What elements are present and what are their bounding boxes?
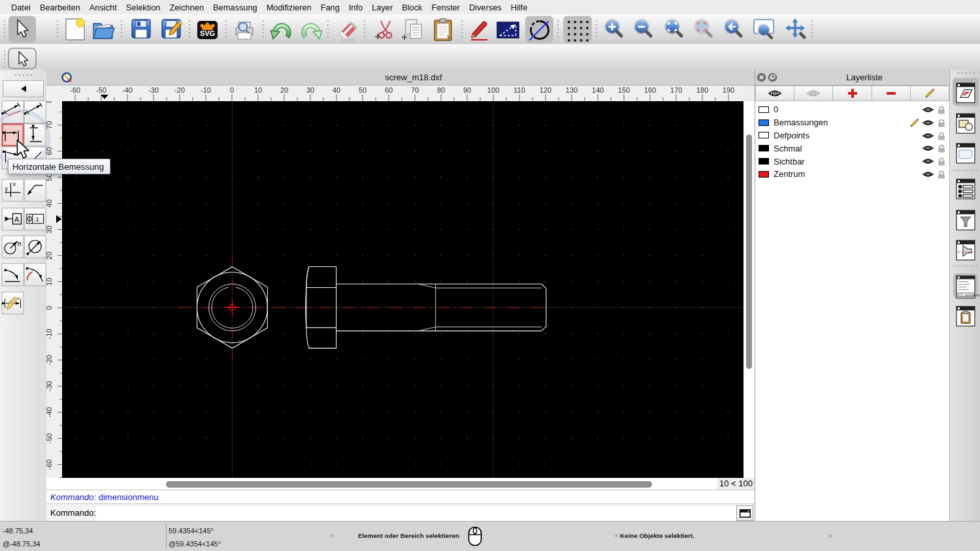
svg-text:150: 150 (618, 86, 630, 94)
svg-text:0: 0 (46, 306, 53, 309)
svg-text:90: 90 (463, 86, 471, 94)
svg-text:y: y (5, 185, 8, 192)
svg-text:C:\_kommand: C:\_kommand (959, 293, 979, 297)
svg-text:SVG: SVG (200, 29, 215, 37)
svg-text:110: 110 (514, 86, 525, 94)
svg-text:-40: -40 (122, 86, 133, 94)
svg-text:30: 30 (46, 225, 53, 233)
svg-text:-60: -60 (70, 86, 80, 94)
svg-text:R: R (18, 241, 22, 247)
svg-text:-10: -10 (46, 329, 53, 339)
svg-text:170: 170 (670, 86, 682, 94)
svg-text:-10: -10 (201, 86, 211, 94)
svg-text:130: 130 (566, 86, 578, 94)
svg-text:60: 60 (385, 86, 393, 94)
svg-text:-40: -40 (46, 407, 53, 418)
svg-text:10: 10 (254, 86, 262, 94)
svg-text:A: A (14, 215, 20, 223)
svg-text:180: 180 (696, 86, 708, 94)
svg-text:50: 50 (359, 86, 367, 94)
svg-text:100: 100 (487, 86, 499, 94)
svg-text:screw_m18.dxf: screw_m18.dxf (385, 72, 442, 82)
svg-text:-20: -20 (174, 86, 185, 94)
svg-text:190: 190 (723, 86, 734, 94)
svg-text:x: x (13, 181, 16, 187)
svg-text:-50: -50 (46, 433, 53, 444)
svg-text:50: 50 (46, 173, 53, 181)
svg-text:40: 40 (333, 86, 340, 94)
svg-text:20: 20 (280, 86, 288, 94)
svg-text:0: 0 (230, 86, 234, 94)
svg-text:80: 80 (437, 86, 445, 94)
svg-text:-30: -30 (148, 86, 159, 94)
svg-text:.1: .1 (34, 216, 39, 223)
svg-text:Layerliste: Layerliste (846, 72, 883, 82)
svg-text:10: 10 (46, 277, 53, 285)
svg-text:-20: -20 (46, 355, 53, 366)
svg-text:40: 40 (46, 199, 53, 207)
svg-text:70: 70 (411, 86, 419, 94)
svg-text:80: 80 (46, 101, 53, 103)
svg-text:160: 160 (644, 86, 656, 94)
svg-text:-60: -60 (46, 460, 53, 470)
svg-text:30: 30 (306, 86, 314, 94)
svg-text:140: 140 (592, 86, 604, 94)
svg-text:20: 20 (46, 251, 53, 259)
svg-text:-30: -30 (46, 381, 53, 392)
svg-text:-50: -50 (96, 86, 106, 94)
svg-text:120: 120 (540, 86, 551, 94)
